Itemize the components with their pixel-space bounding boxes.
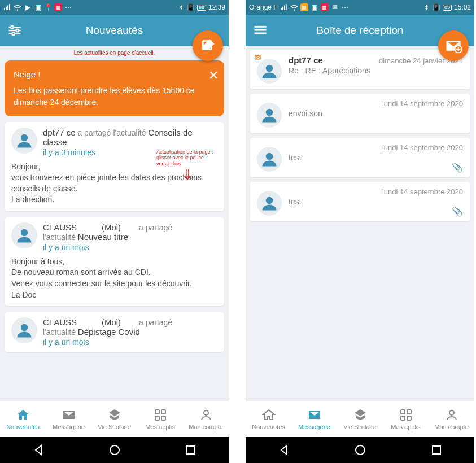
post-author: dpt77 ce — [43, 128, 76, 137]
svg-point-30 — [356, 445, 365, 455]
nav-mon-compte[interactable]: Mon compte — [429, 408, 474, 430]
header-title: Boîte de réception — [316, 24, 403, 37]
message-date: lundi 14 septembre 2020 — [382, 143, 463, 152]
message-subject: test — [289, 197, 463, 206]
avatar — [257, 59, 282, 84]
bluetooth-icon — [177, 3, 185, 11]
avatar — [257, 103, 282, 128]
svg-rect-25 — [401, 410, 405, 414]
compose-button[interactable] — [193, 30, 223, 61]
vibrate-icon: 📳 — [433, 3, 440, 11]
unread-icon: ✉ — [255, 53, 261, 62]
close-icon[interactable]: ✕ — [208, 66, 219, 85]
status-time: 15:02 — [454, 3, 471, 11]
android-home-button[interactable] — [353, 443, 367, 457]
inbox-content[interactable]: ✉ dpt77 ce dimanche 24 janvier 2021 Re :… — [246, 46, 474, 401]
message-subject: test — [289, 153, 463, 162]
news-card[interactable]: CLAUSS (Moi) a partagé l'actualité Nouve… — [5, 217, 224, 306]
android-back-button[interactable] — [32, 443, 45, 457]
app-header: Boîte de réception — [246, 15, 474, 46]
pin-icon: 📍 — [44, 3, 52, 11]
filter-button[interactable] — [7, 23, 23, 38]
status-bar: Orange F ▦ ▣ ▦ ✉ ⋯ 📳 83 15:02 — [246, 0, 474, 15]
bluetooth-icon — [422, 3, 430, 11]
avatar — [11, 128, 37, 154]
svg-point-22 — [266, 109, 273, 116]
menu-button[interactable] — [252, 23, 268, 38]
nav-vie-scolaire[interactable]: Vie Scolaire — [91, 408, 137, 430]
app-header: Nouveautés — [0, 15, 229, 46]
post-time: il y a un mois — [43, 338, 217, 347]
nav-messagerie[interactable]: Messagerie — [291, 408, 337, 430]
nav-mes-applis[interactable]: Mes applis — [383, 408, 429, 430]
alert-title: Neige ! — [14, 68, 215, 81]
avatar — [11, 317, 37, 343]
nav-vie-scolaire[interactable]: Vie Scolaire — [337, 408, 383, 430]
svg-rect-16 — [187, 446, 195, 454]
svg-rect-19 — [255, 33, 267, 34]
message-date: lundi 14 septembre 2020 — [382, 99, 463, 108]
svg-point-24 — [266, 197, 273, 204]
post-action: a partagé l'actualité — [77, 128, 146, 137]
more-icon: ⋯ — [64, 3, 72, 11]
news-card[interactable]: CLAUSS (Moi) a partagé l'actualité Dépis… — [5, 312, 224, 352]
nav-mon-compte[interactable]: Mon compte — [183, 408, 229, 430]
alert-banner[interactable]: ✕ Neige ! Les bus passeront prendre les … — [5, 60, 224, 116]
app-badge-icon: ▦ — [321, 3, 329, 11]
svg-rect-17 — [255, 26, 267, 28]
vibrate-icon: 📳 — [187, 3, 195, 11]
alert-body: Les bus passeront prendre les élèves dès… — [14, 85, 215, 108]
svg-point-4 — [16, 29, 19, 32]
svg-rect-10 — [155, 410, 159, 414]
android-nav-bar — [0, 437, 229, 463]
svg-point-7 — [21, 134, 28, 141]
post-author: CLAUSS — [43, 317, 77, 327]
android-nav-bar — [246, 437, 474, 463]
message-date: lundi 14 septembre 2020 — [382, 187, 463, 196]
avatar — [257, 147, 282, 172]
message-row[interactable]: lundi 14 septembre 2020 test 📎 — [250, 138, 470, 177]
app-badge-icon: ▦ — [54, 3, 62, 11]
header-title: Nouveautés — [86, 24, 143, 37]
post-subject: Nouveau titre — [78, 232, 128, 242]
android-back-button[interactable] — [277, 443, 291, 457]
post-body: Bonjour à tous, De nouveau roman sont ar… — [11, 256, 217, 300]
phone-left: ▶ ▣ 📍 ▦ ⋯ 📳 88 12:39 Nouveautés Les actu… — [0, 0, 229, 463]
svg-rect-13 — [161, 416, 165, 420]
nav-messagerie[interactable]: Messagerie — [46, 408, 91, 430]
battery-badge: 83 — [443, 5, 452, 11]
message-row[interactable]: ✉ dpt77 ce dimanche 24 janvier 2021 Re :… — [250, 50, 470, 89]
nav-nouveautes[interactable]: Nouveautés — [246, 408, 291, 430]
android-recent-button[interactable] — [184, 443, 198, 457]
svg-rect-11 — [161, 410, 165, 414]
svg-rect-12 — [155, 416, 159, 420]
post-action: a partagé — [139, 318, 172, 327]
status-bar: ▶ ▣ 📍 ▦ ⋯ 📳 88 12:39 — [0, 0, 229, 15]
svg-rect-27 — [401, 416, 405, 420]
bottom-nav: Nouveautés Messagerie Vie Scolaire Mes a… — [0, 401, 229, 437]
message-sender: dpt77 ce — [289, 55, 323, 65]
svg-point-15 — [110, 445, 119, 455]
post-author-me: (Moi) — [102, 317, 121, 327]
message-row[interactable]: lundi 14 septembre 2020 test 📎 — [250, 182, 470, 221]
android-home-button[interactable] — [108, 443, 121, 457]
svg-rect-31 — [433, 446, 440, 454]
nav-mes-applis[interactable]: Mes applis — [137, 408, 183, 430]
svg-rect-26 — [407, 410, 411, 414]
message-subject: envoi son — [289, 109, 463, 118]
compose-mail-button[interactable] — [438, 30, 469, 61]
avatar — [11, 222, 37, 248]
mail-icon: ✉ — [331, 3, 339, 11]
nav-nouveautes[interactable]: Nouveautés — [0, 408, 46, 430]
wifi-icon — [14, 3, 21, 11]
more-icon: ⋯ — [341, 3, 349, 11]
signal-icon — [3, 3, 11, 11]
svg-point-5 — [12, 33, 15, 36]
message-row[interactable]: lundi 14 septembre 2020 envoi son — [250, 94, 470, 133]
avatar — [257, 191, 282, 216]
news-card[interactable]: dpt77 ce a partagé l'actualité Conseils … — [5, 122, 224, 211]
content-area[interactable]: Les actualités en page d'accueil. ✕ Neig… — [0, 46, 229, 401]
android-recent-button[interactable] — [430, 443, 443, 457]
post-author-me: (Moi) — [102, 222, 121, 232]
post-action: a partagé — [139, 223, 172, 232]
